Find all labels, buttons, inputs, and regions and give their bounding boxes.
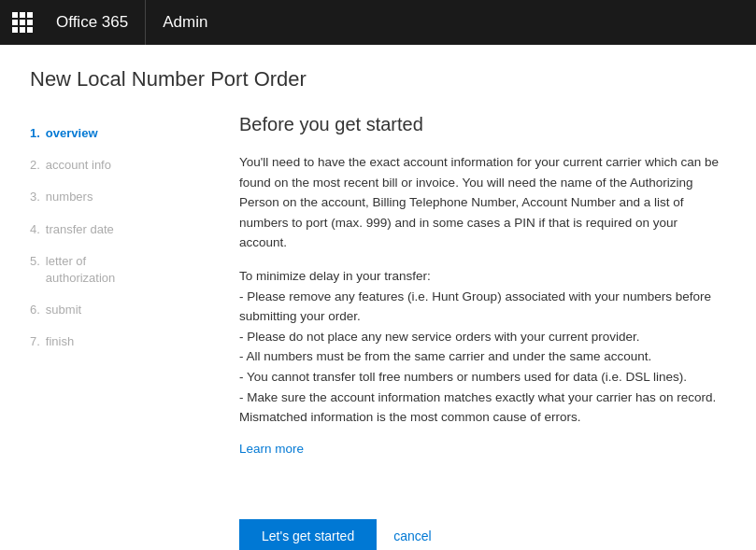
nav-label-numbers: numbers [46,189,217,205]
nav-item-submit: 6. submit [30,294,217,326]
nav-item-letter-of-authorization: 5. letter ofauthorization [30,246,217,294]
nav-number-6: 6. [30,302,40,318]
nav-label-finish: finish [46,333,217,350]
nav-label-overview: overview [46,125,217,142]
topbar-brand: Office 365 Admin [45,0,224,45]
nav-item-transfer-date: 4. transfer date [30,214,217,246]
left-nav: 1. overview 2. account info 3. numbers 4… [30,114,217,550]
nav-number-3: 3. [30,189,40,205]
learn-more-link[interactable]: Learn more [239,442,304,456]
bullet-4: - You cannot transfer toll free numbers … [239,370,687,384]
nav-label-submit: submit [46,302,217,318]
nav-item-overview[interactable]: 1. overview [30,118,217,149]
nav-item-numbers: 3. numbers [30,181,217,213]
paragraph2-intro: To minimize delay in your transfer: [239,269,431,283]
nav-number-4: 4. [30,221,40,238]
bullet-1: - Please remove any features (i.e. Hunt … [239,289,711,324]
nav-number-7: 7. [30,333,40,350]
action-row: Let's get started cancel [239,519,726,550]
nav-label-letter-of-authorization: letter ofauthorization [46,253,217,287]
topbar: Office 365 Admin [0,0,756,45]
content-layout: 1. overview 2. account info 3. numbers 4… [30,114,726,550]
topbar-section-name: Admin [146,0,224,45]
section-heading: Before you get started [239,114,726,135]
nav-item-account-info: 2. account info [30,149,217,181]
bullet-2: - Please do not place any new service or… [239,330,639,344]
page-title: New Local Number Port Order [30,67,726,92]
bullet-3: - All numbers must be from the same carr… [239,349,651,363]
topbar-app-name: Office 365 [45,0,146,45]
main-content: Before you get started You'll need to ha… [217,114,726,550]
nav-label-account-info: account info [46,157,217,174]
nav-number-5: 5. [30,253,40,270]
nav-label-transfer-date: transfer date [46,221,217,238]
waffle-button[interactable] [0,0,45,45]
cancel-button[interactable]: cancel [393,529,431,543]
nav-number-2: 2. [30,157,40,174]
bullets-section: To minimize delay in your transfer: - Pl… [239,266,726,428]
nav-number-1: 1. [30,125,40,142]
waffle-icon [12,12,33,33]
lets-get-started-button[interactable]: Let's get started [239,519,377,550]
nav-item-finish: 7. finish [30,326,217,358]
bullet-5: - Make sure the account information matc… [239,390,716,425]
intro-paragraph: You'll need to have the exact account in… [239,152,726,253]
page-container: New Local Number Port Order 1. overview … [0,45,756,550]
